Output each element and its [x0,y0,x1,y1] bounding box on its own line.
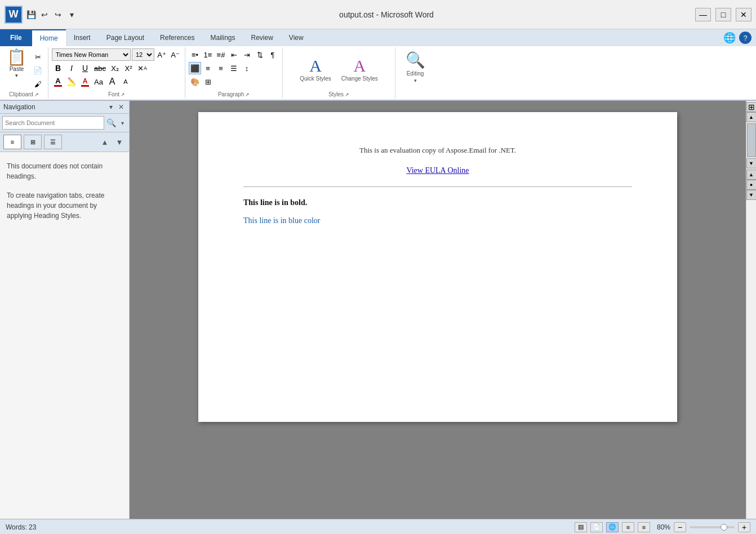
grow-font-button[interactable]: A [106,75,118,88]
italic-button[interactable]: I [65,62,78,74]
help-button[interactable]: ? [739,32,751,44]
align-center-button[interactable]: ≡ [202,62,214,74]
styles-expand-icon[interactable]: ↗ [345,92,349,97]
format-painter-button[interactable]: 🖌 [31,78,45,90]
bullets-button[interactable]: ≡• [189,48,201,61]
zoom-out-button[interactable]: − [674,522,686,532]
tab-insert[interactable]: Insert [66,29,99,46]
navigation-tabs: ≡ ⊞ ☰ [3,135,62,149]
window-controls: — □ ✕ [695,8,751,21]
title-bar: W 💾 ↩ ↪ ▾ output.ost - Microsoft Word — … [0,0,756,29]
clipboard-expand-icon[interactable]: ↗ [34,92,39,97]
decrease-indent-button[interactable]: ⇤ [228,48,240,61]
outline-view-button[interactable]: ≡ [622,522,634,532]
scroll-up-page-button[interactable]: ▲ [746,170,757,180]
justify-button[interactable]: ☰ [228,62,240,74]
search-dropdown-button[interactable]: ▾ [118,116,127,130]
text-color-button[interactable]: A [79,75,91,88]
paragraph-expand-icon[interactable]: ↗ [245,92,250,97]
close-button[interactable]: ✕ [736,8,751,21]
redo-button[interactable]: ↪ [52,8,64,21]
paste-dropdown-icon: ▾ [15,73,18,78]
web-layout-view-button[interactable]: 🌐 [606,522,619,532]
tab-file[interactable]: File [0,29,32,46]
scroll-up-button[interactable]: ▲ [746,112,757,122]
ribbon-tab-row: File Home Insert Page Layout References … [0,29,756,46]
navigation-title: Navigation [3,103,35,111]
word-icon: W [5,6,23,24]
tab-page-layout[interactable]: Page Layout [99,29,152,46]
font-size-select[interactable]: 12 10 14 16 [132,48,154,61]
borders-button[interactable]: ⊞ [202,75,214,88]
tab-references[interactable]: References [152,29,202,46]
tab-home[interactable]: Home [32,29,66,46]
show-marks-button[interactable]: ¶ [266,48,279,61]
clear-formatting-button[interactable]: ✕A [136,62,149,74]
paste-button[interactable]: 📋 Paste ▾ [3,48,30,79]
maximize-button[interactable]: □ [715,8,731,21]
save-button[interactable]: 💾 [25,8,37,21]
scroll-down-button[interactable]: ▼ [746,158,757,168]
view-eula-link[interactable]: View EULA Online [406,166,469,175]
tab-mailings[interactable]: Mailings [202,29,243,46]
change-styles-button[interactable]: A Change Styles [337,56,383,83]
navigation-dropdown-button[interactable]: ▾ [108,103,114,111]
zoom-slider-track[interactable] [690,526,735,528]
multilevel-list-button[interactable]: ≡# [215,48,227,61]
align-left-button[interactable]: ⬛ [189,62,201,74]
tab-review[interactable]: Review [243,29,281,46]
line-spacing-button[interactable]: ↕ [241,62,253,74]
editing-button[interactable]: 🔍 Editing ▾ [401,48,430,86]
tab-view[interactable]: View [281,29,312,46]
font-color-button[interactable]: A [52,75,64,88]
font-name-select[interactable]: Times New Roman Arial Calibri [52,48,131,61]
full-screen-view-button[interactable]: 📄 [590,522,603,532]
numbering-button[interactable]: 1≡ [202,48,214,61]
strikethrough-button[interactable]: abc [92,62,108,74]
scroll-top-tools-button[interactable]: ⊞ [746,102,757,112]
shrink-font-button[interactable]: A [119,75,132,88]
bold-line: This line is in bold. [243,198,632,207]
document-page[interactable]: This is an evaluation copy of Aspose.Ema… [198,112,677,422]
minimize-button[interactable]: — [695,8,711,21]
sort-button[interactable]: ⇅ [254,48,266,61]
highlight-color-button[interactable]: ✏️ [65,75,78,88]
nav-next-button[interactable]: ▼ [113,136,126,148]
document-scroll-area: This is an evaluation copy of Aspose.Ema… [130,101,746,433]
nav-tab-results[interactable]: ☰ [44,135,62,149]
draft-view-button[interactable]: ≡ [638,522,650,532]
nav-prev-button[interactable]: ▲ [99,136,111,148]
quick-styles-button[interactable]: A Quick Styles [295,56,336,83]
editing-icon: 🔍 [406,51,425,69]
scroll-thumb[interactable] [747,123,756,157]
font-case-button[interactable]: Aa [92,75,105,88]
scroll-select-browse-button[interactable]: ● [746,180,757,190]
zoom-slider-thumb[interactable] [721,524,727,531]
underline-button[interactable]: U [79,62,91,74]
search-document-button[interactable]: 🔍 [104,116,118,130]
zoom-in-button[interactable]: + [738,522,750,532]
print-layout-view-button[interactable]: ▤ [575,522,587,532]
navigation-close-button[interactable]: ✕ [117,103,126,111]
search-document-input[interactable] [2,116,104,130]
nav-tab-headings[interactable]: ≡ [3,135,21,149]
align-right-button[interactable]: ≡ [215,62,227,74]
scroll-down-page-button[interactable]: ▼ [746,190,757,200]
subscript-button[interactable]: X₂ [109,62,121,74]
cloud-icon[interactable]: 🌐 [723,32,736,44]
shading-button[interactable]: 🎨 [189,75,201,88]
bold-button[interactable]: B [52,62,64,74]
increase-font-size-button[interactable]: A⁺ [155,48,168,61]
copy-button[interactable]: 📄 [31,64,45,77]
navigation-header: Navigation ▾ ✕ [0,101,129,114]
styles-group-label-text: Styles [328,91,344,97]
font-expand-icon[interactable]: ↗ [121,92,125,97]
superscript-button[interactable]: X² [122,62,135,74]
increase-indent-button[interactable]: ⇥ [241,48,253,61]
undo-button[interactable]: ↩ [38,8,51,21]
nav-tab-pages[interactable]: ⊞ [24,135,42,149]
customize-quick-access-button[interactable]: ▾ [65,8,78,21]
decrease-font-size-button[interactable]: A⁻ [169,48,181,61]
document-area[interactable]: This is an evaluation copy of Aspose.Ema… [130,101,746,519]
cut-button[interactable]: ✂ [31,51,45,63]
